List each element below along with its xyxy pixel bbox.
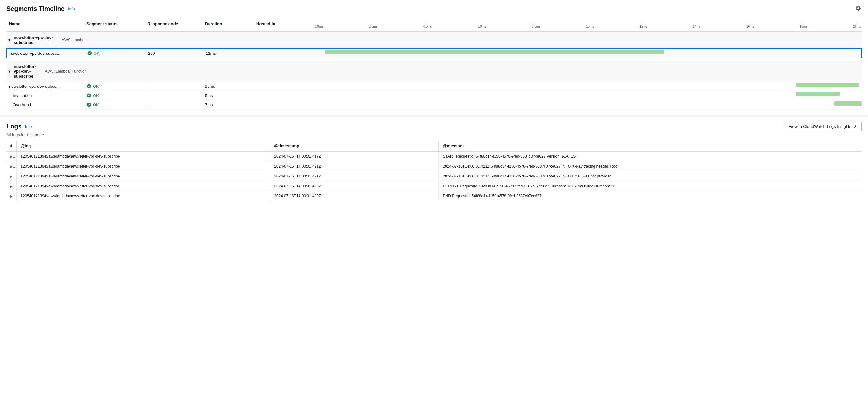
segment-row-4[interactable]: Overhead OK - 7ms	[6, 100, 862, 110]
log-row-timestamp: 2024-07-16T14:00:01.429Z	[270, 181, 439, 191]
settings-icon[interactable]	[855, 5, 862, 12]
row1-timeline	[314, 49, 861, 58]
row1-duration: 12ms	[206, 50, 257, 57]
segment-row-1[interactable]: newsletter-vpc-dev-subsc... OK 200 12ms	[6, 48, 862, 58]
row4-hosted	[256, 103, 314, 106]
logs-header: Logs Info View in CloudWatch Logs Insigh…	[6, 122, 862, 131]
row1-response: 200	[148, 50, 206, 57]
row1-status-text: OK	[94, 51, 100, 56]
ruler-mark-9: 18ms	[800, 25, 807, 28]
header-fixed-cols: Name Segment status Response code Durati…	[6, 19, 314, 29]
segments-header: Segments Timeline Info	[6, 5, 862, 12]
col-header-message[interactable]: @message	[439, 141, 862, 151]
log-row-message: 2024-07-16T14:00:01.421Z 54f88d14-f150-4…	[439, 172, 862, 181]
row2-response: -	[147, 83, 205, 90]
segment-row-4-fixed: Overhead OK - 7ms	[6, 101, 314, 109]
col-header-log[interactable]: @log	[17, 141, 270, 151]
segments-title: Segments Timeline	[6, 5, 65, 12]
status-ok-badge-4: OK	[87, 102, 145, 107]
row2-timeline	[314, 82, 862, 91]
row1-name: newsletter-vpc-dev-subsc...	[7, 50, 87, 57]
log-row[interactable]: ▶5 120540121394:/aws/lambda/newsletter-v…	[6, 191, 862, 201]
row4-timeline	[314, 100, 862, 109]
segments-info-link[interactable]: Info	[68, 6, 75, 11]
ruler-mark-0: 0.0ms	[314, 25, 323, 28]
log-row-message: END RequestId: 54f88d14-f150-4578-9fed-3…	[439, 191, 862, 201]
chevron-down-icon-2[interactable]: ▼	[8, 69, 11, 73]
status-ok-badge-2: OK	[87, 84, 145, 89]
log-row[interactable]: ▶1 120540121394:/aws/lambda/newsletter-v…	[6, 151, 862, 161]
group-label-2: ▼ newsletter-vpc-dev-subscribe AWS::Lamb…	[6, 64, 87, 79]
log-row-num: ▶1	[6, 151, 17, 161]
timeline-bar-4	[834, 101, 862, 106]
row4-response: -	[147, 101, 205, 109]
timeline-bar-3	[796, 92, 840, 96]
group-label-1: ▼ newsletter-vpc-dev-subscribe AWS::Lamb…	[6, 35, 87, 45]
logs-table-header: # @log @timestamp @message	[6, 141, 862, 151]
logs-subtitle: All logs for this trace	[6, 132, 862, 137]
chevron-down-icon[interactable]: ▼	[8, 38, 11, 42]
group-row-1: ▼ newsletter-vpc-dev-subscribe AWS::Lamb…	[6, 32, 862, 48]
log-row-message: START RequestId: 54f88d14-f150-4578-9fed…	[439, 151, 862, 161]
row-expand-icon[interactable]: ▶	[10, 175, 13, 178]
group-type-1: AWS::Lambda	[62, 38, 87, 42]
cloudwatch-button[interactable]: View in CloudWatch Logs Insights ↗	[784, 122, 862, 131]
row-expand-icon[interactable]: ▶	[10, 155, 13, 158]
col-header-duration: Duration	[205, 19, 256, 29]
row2-duration: 12ms	[205, 83, 256, 90]
segment-row-3[interactable]: Invocation OK - 5ms	[6, 91, 862, 100]
log-row-num: ▶4	[6, 181, 17, 191]
external-link-icon: ↗	[853, 124, 857, 129]
log-row-num: ▶3	[6, 172, 17, 181]
ruler-mark-5: 10ms	[586, 25, 594, 28]
row-expand-icon[interactable]: ▶	[10, 194, 13, 198]
table-header: Name Segment status Response code Durati…	[6, 18, 862, 32]
row-expand-icon[interactable]: ▶	[10, 185, 13, 188]
col-header-hosted: Hosted in	[256, 19, 314, 29]
row3-duration: 5ms	[205, 92, 256, 99]
row3-timeline	[314, 91, 862, 100]
group-row-2: ▼ newsletter-vpc-dev-subscribe AWS::Lamb…	[6, 61, 862, 82]
header-timeline: 0.0ms 2.0ms 4.0ms 6.0ms 8.0ms 10ms 12ms …	[314, 19, 862, 29]
group-name-2: newsletter-vpc-dev-subscribe	[14, 64, 42, 79]
log-row-message: 2024-07-16T14:00:01.421Z 54f88d14-f150-4…	[439, 161, 862, 172]
ruler-mark-6: 12ms	[639, 25, 647, 28]
log-row-log: 120540121394:/aws/lambda/newsletter-vpc-…	[17, 191, 270, 201]
col-header-timestamp[interactable]: @timestamp	[270, 141, 439, 151]
log-row-message: REPORT RequestId: 54f88d14-f150-4578-9fe…	[439, 181, 862, 191]
row-expand-icon[interactable]: ▶	[10, 165, 13, 168]
row3-name: Invocation	[6, 92, 87, 99]
ruler-mark-4: 8.0ms	[532, 25, 540, 28]
row3-response: -	[147, 92, 205, 99]
log-row-log: 120540121394:/aws/lambda/newsletter-vpc-…	[17, 172, 270, 181]
row3-hosted	[256, 94, 314, 97]
segment-row-3-fixed: Invocation OK - 5ms	[6, 92, 314, 99]
log-row-log: 120540121394:/aws/lambda/newsletter-vpc-…	[17, 181, 270, 191]
logs-title-group: Logs Info	[6, 123, 32, 130]
timeline-bar-1	[326, 50, 664, 54]
segments-timeline-section: Segments Timeline Info Name Segment stat…	[0, 0, 868, 117]
logs-table: # @log @timestamp @message ▶1 1205401213…	[6, 141, 862, 201]
logs-title: Logs	[6, 123, 22, 130]
status-ok-badge-3: OK	[87, 93, 145, 98]
log-row-log: 120540121394:/aws/lambda/newsletter-vpc-…	[17, 151, 270, 161]
log-row-num: ▶5	[6, 191, 17, 201]
logs-info-link[interactable]: Info	[25, 124, 32, 129]
row3-status: OK	[87, 92, 147, 99]
log-row[interactable]: ▶2 120540121394:/aws/lambda/newsletter-v…	[6, 161, 862, 172]
row3-status-text: OK	[93, 93, 99, 98]
row4-name: Overhead	[6, 101, 87, 109]
segment-row-2[interactable]: newsletter-vpc-dev-subsc... OK - 12ms	[6, 82, 862, 91]
row2-hosted	[256, 85, 314, 88]
log-row-num: ▶2	[6, 161, 17, 172]
ruler-mark-8: 16ms	[746, 25, 754, 28]
ruler-mark-3: 6.0ms	[477, 25, 486, 28]
ruler-mark-2: 4.0ms	[423, 25, 432, 28]
segment-row-1-fixed: newsletter-vpc-dev-subsc... OK 200 12ms	[7, 49, 314, 57]
log-row[interactable]: ▶4 120540121394:/aws/lambda/newsletter-v…	[6, 181, 862, 191]
log-row-timestamp: 2024-07-16T14:00:01.429Z	[270, 191, 439, 201]
segment-row-2-fixed: newsletter-vpc-dev-subsc... OK - 12ms	[6, 82, 314, 90]
group-name-1: newsletter-vpc-dev-subscribe	[14, 35, 59, 45]
log-row[interactable]: ▶3 120540121394:/aws/lambda/newsletter-v…	[6, 172, 862, 181]
log-row-timestamp: 2024-07-16T14:00:01.421Z	[270, 172, 439, 181]
